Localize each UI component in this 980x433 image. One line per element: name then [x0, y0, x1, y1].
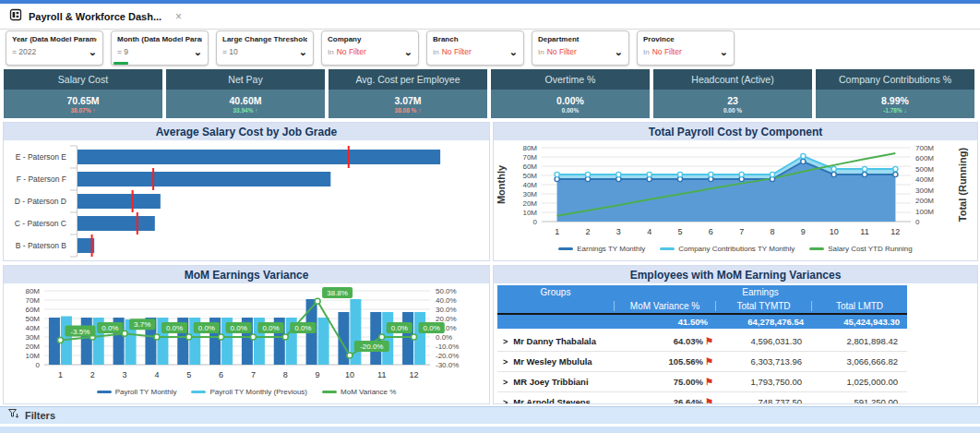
table-row[interactable]: >Mr Danny Thabalala 64.03%⚑ 4,596,031.30…	[497, 331, 907, 352]
employee-name: Mr Arnold Stevens	[513, 397, 591, 404]
table-row[interactable]: >Mr Arnold Stevens 26.64%⚑ 748,737.50 59…	[497, 392, 907, 404]
svg-text:2: 2	[90, 370, 95, 379]
bottom-accent-bar	[0, 427, 980, 433]
expand-chevron-icon[interactable]: >	[503, 357, 508, 367]
chart-title: Total Payroll Cost by Component	[494, 123, 977, 140]
flag-icon: ⚑	[705, 337, 713, 346]
tab-bar: Payroll & Workforce Dash... ×	[0, 4, 980, 30]
slicer-progress-indicator	[114, 62, 128, 65]
lmtd-value: 2,801,898.42	[811, 336, 907, 346]
kpi-salary-cost: Salary Cost 70.65M38.07% ↑	[4, 69, 162, 118]
legend-marker	[191, 391, 206, 393]
kpi-net-pay: Net Pay 40.60M33.94% ↑	[166, 69, 325, 118]
total-lmtd: 45,424,943.30	[811, 317, 907, 327]
svg-text:300M: 300M	[915, 186, 934, 195]
svg-text:7: 7	[739, 227, 744, 236]
table-header-columns: MoM Variance % Total TYMTD Total LMTD	[497, 299, 907, 313]
funnel-icon	[7, 407, 19, 424]
svg-text:C - Paterson C: C - Paterson C	[15, 219, 66, 228]
column-header[interactable]: Total TYMTD	[715, 301, 811, 311]
kpi-avg-cost-per-employee: Avg. Cost per Employee 3.07M38.08 % ↑	[329, 69, 487, 118]
svg-text:9: 9	[801, 227, 806, 236]
chart-panel-mom-earnings-variance: MoM Earnings Variance 010M20M30M40M50M60…	[3, 265, 490, 404]
employee-name: MR Joey Tribbiani	[513, 377, 588, 387]
filter-value: No Filter	[652, 47, 682, 56]
filter-month[interactable]: Month (Data Model Parame... = 9⌄	[111, 30, 209, 66]
kpi-value: 70.65M	[66, 95, 99, 106]
svg-text:400M: 400M	[915, 175, 934, 184]
chevron-down-icon[interactable]: ⌄	[404, 49, 412, 55]
legend-item: MoM Variance %	[322, 388, 396, 396]
filters-pane-toggle[interactable]: Filters	[0, 406, 980, 424]
svg-text:100M: 100M	[915, 208, 934, 216]
svg-text:12: 12	[410, 370, 419, 379]
svg-text:60M: 60M	[25, 306, 40, 314]
table-title: Employees with MoM Earning Variances	[494, 266, 977, 283]
column-header[interactable]: Total LMTD	[811, 301, 907, 311]
lmtd-value: 1,025,000.00	[811, 377, 907, 387]
svg-text:0.0%: 0.0%	[424, 324, 440, 332]
svg-text:-20.0%: -20.0%	[360, 343, 383, 351]
close-icon[interactable]: ×	[175, 12, 182, 21]
chevron-down-icon[interactable]: ⌄	[615, 49, 623, 55]
legend-label: Payroll TY Monthly	[115, 388, 177, 396]
expand-chevron-icon[interactable]: >	[503, 337, 508, 346]
svg-text:30M: 30M	[522, 190, 537, 198]
chevron-down-icon[interactable]: ⌄	[194, 49, 202, 55]
filter-value: No Filter	[442, 47, 472, 56]
chart-title: Average Salary Cost by Job Grade	[4, 123, 489, 140]
svg-text:500M: 500M	[915, 165, 934, 174]
svg-text:Monthly: Monthly	[496, 164, 507, 204]
expand-chevron-icon[interactable]: >	[503, 398, 508, 405]
svg-text:600M: 600M	[915, 154, 934, 162]
total-variance: 41.50%	[614, 317, 715, 327]
svg-text:0.0%: 0.0%	[198, 324, 215, 332]
table-row[interactable]: >Mr Wesley Mbulula 105.56%⚑ 6,303,713.96…	[497, 352, 907, 372]
filter-label: Year (Data Model Paramete...	[12, 35, 97, 43]
filter-department[interactable]: Department InNo Filter⌄	[532, 30, 629, 66]
kpi-value: 8.99%	[881, 95, 909, 106]
svg-text:8: 8	[770, 227, 774, 236]
svg-text:4: 4	[647, 227, 651, 236]
filter-branch[interactable]: Branch InNo Filter⌄	[426, 30, 524, 66]
legend-marker	[558, 247, 573, 250]
chevron-down-icon[interactable]: ⌄	[509, 49, 518, 55]
tab-payroll-dashboard[interactable]: Payroll & Workforce Dash... ×	[0, 4, 191, 29]
filter-year[interactable]: Year (Data Model Paramete... = 2022⌄	[6, 30, 103, 66]
column-header[interactable]: MoM Variance %	[614, 301, 715, 311]
legend-item: Earnings TY Monthly	[558, 245, 645, 253]
svg-text:10: 10	[345, 370, 354, 379]
filter-company[interactable]: Company InNo Filter⌄	[321, 30, 419, 66]
chart-legend: Payroll TY Monthly Payroll TY Monthly (P…	[4, 385, 489, 398]
table-row[interactable]: >MR Joey Tribbiani 75.00%⚑ 1,793,750.00 …	[497, 372, 907, 392]
svg-text:0.0%: 0.0%	[294, 324, 311, 332]
kpi-title: Salary Cost	[4, 69, 162, 90]
mom-variance-column-chart: 010M20M30M40M50M60M70M80M-30.0%-20.0%-10…	[4, 285, 489, 385]
column-header[interactable]: Groups	[497, 287, 614, 297]
chevron-down-icon[interactable]: ⌄	[299, 49, 307, 55]
filter-value: = 9	[117, 47, 128, 56]
employee-name: Mr Danny Thabalala	[513, 336, 596, 346]
svg-text:E - Paterson E: E - Paterson E	[16, 152, 67, 162]
legend-label: Salary Cost YTD Running	[828, 245, 912, 253]
svg-text:38.8%: 38.8%	[327, 289, 348, 297]
variance-value: 105.56%	[669, 356, 704, 367]
variance-value: 75.00%	[674, 377, 703, 387]
svg-text:12: 12	[890, 227, 900, 236]
kpi-delta: 38.07% ↑	[70, 107, 95, 114]
svg-text:20.0%: 20.0%	[436, 315, 457, 323]
svg-text:0.0%: 0.0%	[102, 324, 118, 332]
total-tymtd: 64,278,476.54	[715, 317, 811, 327]
filter-large-change-threshold[interactable]: Large Change Threshold (%) = 10⌄	[216, 30, 314, 66]
svg-text:50.0%: 50.0%	[436, 287, 457, 295]
filter-province[interactable]: Province InNo Filter⌄	[637, 30, 735, 66]
svg-text:700M: 700M	[915, 144, 934, 152]
svg-text:0: 0	[915, 218, 920, 226]
svg-text:0.0%: 0.0%	[166, 324, 183, 332]
tymtd-value: 748,737.50	[715, 397, 811, 404]
expand-chevron-icon[interactable]: >	[503, 378, 508, 387]
column-header[interactable]: Earnings	[614, 287, 907, 297]
chevron-down-icon[interactable]: ⌄	[89, 49, 97, 55]
chevron-down-icon[interactable]: ⌄	[720, 49, 728, 55]
svg-text:50M: 50M	[25, 315, 40, 323]
